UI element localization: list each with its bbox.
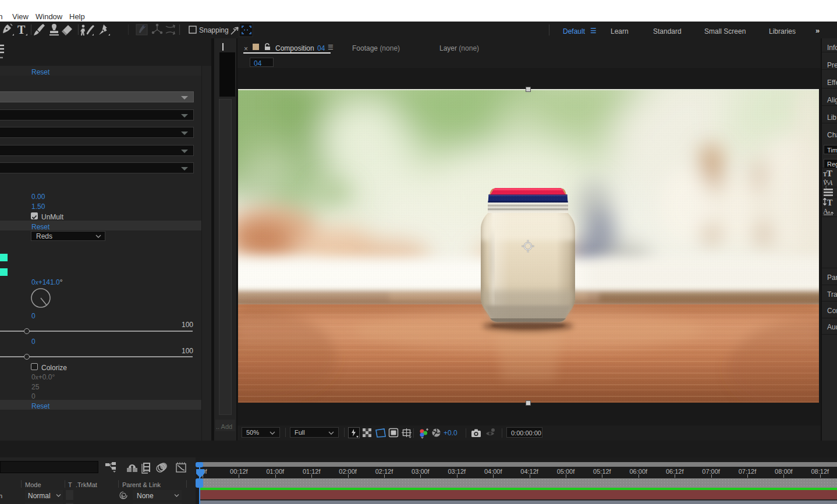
svg-text:A: A (828, 179, 833, 187)
svg-text:T: T (827, 198, 833, 207)
svg-text:T: T (17, 23, 26, 36)
svg-text:+0.0: +0.0 (444, 429, 457, 437)
svg-text:T: T (827, 169, 832, 178)
svg-text:Snapping: Snapping (199, 26, 229, 34)
svg-text:a: a (828, 209, 830, 215)
